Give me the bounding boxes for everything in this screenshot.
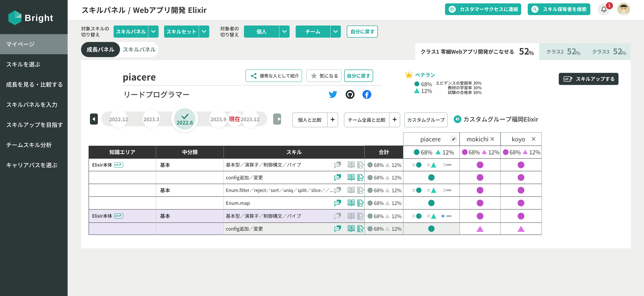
svg-text:UP: UP bbox=[115, 163, 118, 166]
svg-text:UP: UP bbox=[565, 78, 569, 81]
svg-text:UP: UP bbox=[115, 214, 118, 217]
